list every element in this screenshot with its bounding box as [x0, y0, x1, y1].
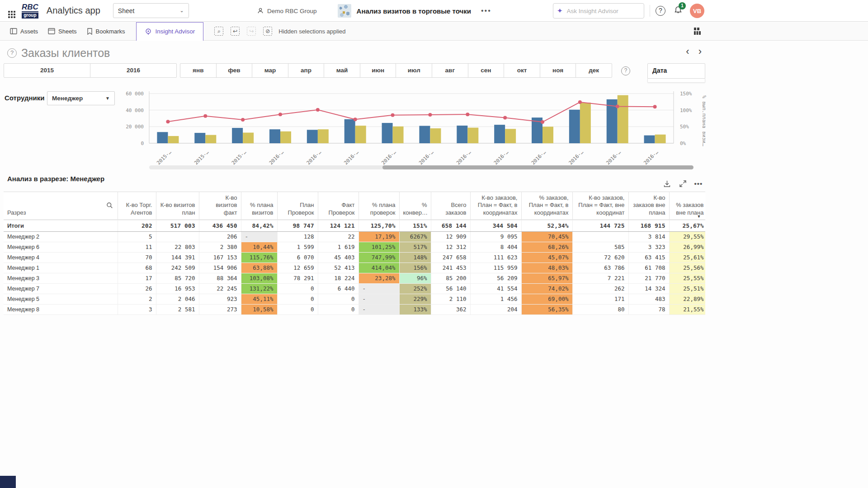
table-more-icon[interactable]: ••• [693, 178, 704, 189]
dimension-cell[interactable]: Менеджер 5 [4, 294, 118, 304]
date-filter-listbox[interactable]: Дата [647, 63, 705, 83]
svg-text:150%: 150% [680, 91, 692, 97]
insight-advisor-search[interactable]: ✦ [553, 3, 644, 19]
column-header-13[interactable]: К-во заказов вне плана [628, 192, 669, 220]
measure-cell: 23,28% [359, 273, 399, 283]
sheet-title-row: ? Заказы клиентов [7, 47, 110, 60]
measure-cell: 167 153 [199, 252, 241, 263]
sheet-grid-icon[interactable] [693, 27, 702, 38]
column-header-8[interactable]: % конвер… [399, 192, 431, 220]
month-filter-ноя[interactable]: ноя [540, 63, 576, 78]
dimension-cell[interactable]: Менеджер 8 [4, 304, 118, 314]
user-avatar[interactable]: VB [690, 4, 704, 18]
assets-button[interactable]: Assets [10, 28, 38, 35]
dimension-cell[interactable]: Менеджер 4 [4, 252, 118, 263]
chart-scrollbar[interactable] [149, 165, 673, 169]
measure-cell: 25,61% [669, 252, 705, 263]
measure-cell: 2 046 [156, 294, 199, 304]
prev-sheet-arrow[interactable]: ‹ [686, 47, 689, 56]
column-header-4[interactable]: % плана визитов [241, 192, 277, 220]
measure-cell: 3 [118, 304, 156, 314]
sheet-help-icon[interactable]: ? [7, 48, 17, 58]
employees-dropdown[interactable]: Менеджер ▼ [47, 91, 115, 105]
insight-advisor-button[interactable]: Insight Advisor [136, 22, 204, 41]
clear-selections-icon[interactable]: ⊘ [263, 27, 272, 36]
sheets-button[interactable]: Sheets [48, 28, 76, 35]
column-header-10[interactable]: К-во заказов, План = Факт, в координатах [470, 192, 521, 220]
dimension-cell[interactable]: Менеджер 1 [4, 263, 118, 273]
date-filter-title[interactable]: Дата [647, 63, 705, 79]
column-header-12[interactable]: К-во заказов, План = Факт, вне координат [572, 192, 628, 220]
svg-text:2016-…: 2016-… [306, 149, 323, 166]
svg-text:2016-…: 2016-… [642, 149, 660, 166]
dimension-cell[interactable]: Менеджер 6 [4, 242, 118, 252]
measure-cell: 115 959 [470, 263, 521, 273]
column-header-1[interactable]: К-во Торг. Агентов [118, 192, 156, 220]
month-filter-авг[interactable]: авг [432, 63, 468, 78]
month-filter-янв[interactable]: янв [180, 63, 217, 78]
year-filter-2016[interactable]: 2016 [90, 63, 177, 78]
month-filter-дек[interactable]: дек [576, 63, 612, 78]
measure-cell: 483 [628, 294, 669, 304]
measure-cell: 78 [628, 304, 669, 314]
measure-cell: 6267% [399, 231, 431, 242]
dimension-cell[interactable]: Менеджер 3 [4, 273, 118, 283]
dimension-cell[interactable]: Менеджер 2 [4, 231, 118, 242]
app-launcher-icon[interactable] [8, 11, 10, 13]
year-filter-2015[interactable]: 2015 [4, 63, 90, 78]
measure-cell: 26 [118, 283, 156, 294]
bookmarks-button[interactable]: Bookmarks [87, 28, 125, 35]
measure-cell [572, 231, 628, 242]
measure-cell: 17,19% [359, 231, 399, 242]
search-input[interactable] [566, 7, 634, 15]
column-header-razrez[interactable]: Разрез [4, 192, 118, 220]
month-filter-окт[interactable]: окт [504, 63, 540, 78]
column-header-7[interactable]: % плана проверок [359, 192, 399, 220]
selections-tool-icon[interactable]: ⌕ [214, 27, 223, 36]
month-filter-июл[interactable]: июл [396, 63, 432, 78]
chart-scrollbar-thumb[interactable] [382, 165, 693, 169]
column-header-5[interactable]: План Проверок [277, 192, 318, 220]
svg-text:2016-…: 2016-… [568, 149, 585, 166]
download-icon[interactable] [661, 178, 673, 189]
column-header-3[interactable]: К-во визитов факт [199, 192, 241, 220]
combo-chart[interactable]: 020 00040 00060 0000%50%100%150%2015-…20… [118, 90, 710, 173]
month-filter-мар[interactable]: мар [252, 63, 288, 78]
column-header-9[interactable]: Всего заказов [431, 192, 470, 220]
measure-cell: 168 915 [628, 220, 669, 231]
measure-cell: 70,45% [521, 231, 572, 242]
help-icon[interactable]: ? [656, 6, 665, 16]
month-filter-фев[interactable]: фев [216, 63, 253, 78]
fullscreen-icon[interactable] [677, 178, 689, 189]
measure-cell: 85 720 [156, 273, 199, 283]
step-back-icon[interactable]: ↩ [231, 27, 240, 36]
month-filter-июн[interactable]: июн [360, 63, 396, 78]
column-header-11[interactable]: % заказов, План = Факт, в координатах [521, 192, 572, 220]
measure-cell: 128 [277, 231, 318, 242]
notifications-bell[interactable]: 1 [674, 5, 683, 16]
sheet-selector-dropdown[interactable]: Sheet ⌄ [113, 3, 189, 18]
measure-cell: 25,56% [669, 263, 705, 273]
column-header-14[interactable]: % заказов вне плана▼ [669, 192, 705, 220]
table-title: Анализ в разрезе: Менеджер [7, 175, 104, 183]
measure-cell: 3 814 [628, 231, 669, 242]
hidden-selections-label: Hidden selections applied [278, 28, 345, 35]
column-header-2[interactable]: К-во визитов план [156, 192, 199, 220]
filter-help-icon[interactable]: ? [621, 66, 630, 75]
measure-cell: 262 [572, 283, 628, 294]
app-more-menu[interactable]: ••• [481, 7, 491, 15]
bottom-left-widget[interactable] [0, 476, 16, 488]
sheet-toolbar: Assets Sheets Bookmarks Insight Advisor … [0, 22, 868, 41]
dimension-cell[interactable]: Менеджер 7 [4, 283, 118, 294]
table-search-icon[interactable] [106, 202, 113, 209]
measure-cell: 131,22% [241, 283, 277, 294]
column-header-6[interactable]: Факт Проверок [318, 192, 359, 220]
month-filter-апр[interactable]: апр [288, 63, 325, 78]
month-filter-май[interactable]: май [324, 63, 360, 78]
next-sheet-arrow[interactable]: › [698, 47, 702, 56]
measure-cell: 1 599 [277, 242, 318, 252]
svg-text:% вып.плана визи…: % вып.плана визи… [701, 95, 707, 146]
measure-cell: 585 [572, 242, 628, 252]
svg-text:2015-…: 2015-… [193, 149, 210, 166]
month-filter-сен[interactable]: сен [468, 63, 505, 78]
